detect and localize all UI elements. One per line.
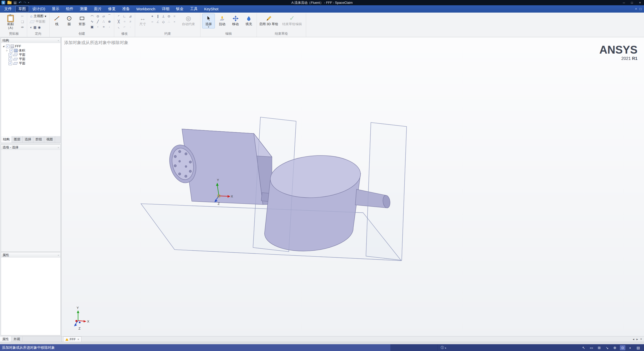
pull-tool-button[interactable]: 拉动: [216, 14, 228, 27]
open-file-icon[interactable]: [7, 1, 12, 4]
ellipse-tool-icon[interactable]: ⊙: [95, 14, 101, 19]
corner-tool-icon[interactable]: ∟: [122, 14, 127, 19]
select-mode-icon[interactable]: ↖: [581, 345, 586, 350]
tab-prepare[interactable]: 准备: [119, 6, 133, 12]
bottom-tab-properties[interactable]: 属性: [0, 336, 11, 342]
pin-icon[interactable]: ▫: [58, 254, 59, 257]
tree-item-label[interactable]: 平面: [19, 53, 25, 57]
split-tool-icon[interactable]: ≠: [128, 19, 133, 24]
expander-collapsed-icon[interactable]: ▷: [6, 50, 9, 52]
tab-keyshot[interactable]: KeyShot: [201, 6, 221, 12]
bottom-tab-appearance[interactable]: 外观: [11, 336, 23, 342]
auto-constraint-button[interactable]: ◎ 自动约束: [178, 14, 198, 27]
copy-button[interactable]: ❏: [20, 19, 25, 24]
tab-file[interactable]: 文件: [1, 6, 15, 12]
arc-tool-icon[interactable]: ◠: [89, 14, 95, 19]
spline-tool-icon[interactable]: ∿: [89, 19, 95, 24]
construction-line-tool-icon[interactable]: ╱: [95, 19, 101, 24]
model-viewport[interactable]: Y X Z Y X Z 添加对象或从所选对象中移除对象 ANSYS: [62, 37, 644, 336]
reference-tool-icon[interactable]: ⊗: [107, 19, 112, 24]
zoom-in-icon[interactable]: ⊕: [612, 345, 618, 350]
trim-tool-icon[interactable]: ╳: [116, 19, 122, 24]
tab-display[interactable]: 显示: [49, 6, 62, 12]
globe-view-icon[interactable]: ◉: [38, 25, 41, 29]
maximize-button[interactable]: □: [628, 0, 636, 5]
tree-checkbox[interactable]: ✓: [10, 49, 13, 52]
bend-tool-icon[interactable]: ◟: [116, 24, 122, 29]
window-layout-icon[interactable]: □: [639, 7, 641, 11]
mirror-tool-icon[interactable]: ·: [128, 24, 133, 29]
undo-icon[interactable]: ↶: [19, 1, 21, 4]
tab-sheetmetal[interactable]: 钣金: [173, 6, 186, 12]
chamfer-tool-icon[interactable]: ⊿: [128, 14, 133, 19]
sidebar-tab-structure[interactable]: 结构: [1, 136, 12, 143]
tab-scroll-left-icon[interactable]: ◂: [633, 337, 634, 341]
tree-item-label[interactable]: 体积: [19, 48, 25, 53]
grid-view-icon[interactable]: ▦: [33, 25, 36, 29]
wave-tool-icon[interactable]: ≈: [101, 24, 106, 29]
offset-tool-icon[interactable]: ≈: [122, 19, 127, 24]
cut-button[interactable]: ✂: [20, 14, 25, 19]
small-circle-tool-icon[interactable]: ◦: [95, 24, 101, 29]
sidebar-tab-views[interactable]: 视图: [44, 136, 55, 143]
symmetry-constraint-icon[interactable]: ∴: [166, 19, 172, 24]
tree-item-label[interactable]: 平面: [19, 61, 25, 66]
tab-scroll-right-icon[interactable]: ▸: [636, 337, 638, 341]
rectangle-tool-button[interactable]: 矩形: [76, 14, 88, 27]
perpendicular-constraint-icon[interactable]: ⊥: [161, 14, 166, 19]
world-triad[interactable]: Y X Z: [74, 306, 89, 330]
dimension-button[interactable]: ↔ 尺寸: [137, 14, 148, 27]
tab-detail[interactable]: 详细: [159, 6, 172, 12]
info-icon[interactable]: ⓘ: [441, 345, 444, 350]
tree-item-label[interactable]: 平面: [19, 57, 25, 61]
select-tool-button[interactable]: 选择 ▾: [202, 14, 215, 28]
tree-root-label[interactable]: FFF: [15, 44, 21, 48]
tree-row-volume[interactable]: ▷ ✓ 体积: [1, 48, 60, 53]
sidebar-tab-selection[interactable]: 选择: [23, 136, 33, 143]
expander-open-icon[interactable]: ◢: [2, 45, 5, 47]
tab-assembly[interactable]: 组件: [63, 6, 76, 12]
select-caret-icon[interactable]: ▾: [208, 26, 209, 28]
anchor-constraint-icon[interactable]: ⌖: [150, 14, 155, 19]
redo-icon[interactable]: ↷: [23, 1, 26, 4]
fill-tool-button[interactable]: 填充: [243, 14, 255, 27]
tab-repair[interactable]: 修复: [105, 6, 119, 12]
plan-view-button[interactable]: 平面图: [29, 19, 48, 24]
tree-checkbox[interactable]: ✓: [9, 57, 12, 61]
end-sketch-edit-button[interactable]: ✓ 结束草绘编辑: [280, 14, 304, 27]
document-tab-fff[interactable]: FFF ×: [63, 336, 82, 342]
tree-checkbox[interactable]: ✓: [9, 53, 12, 57]
sidebar-tab-layers[interactable]: 图层: [12, 136, 23, 143]
line-tool-button[interactable]: 线: [51, 14, 62, 27]
fillet-tool-icon[interactable]: ◜: [116, 14, 122, 19]
scene-svg[interactable]: Y X Z Y X Z: [62, 37, 644, 336]
model-cylinder[interactable]: [264, 152, 362, 251]
circle-tool-button[interactable]: 圆: [64, 14, 75, 27]
sphere-view-icon[interactable]: ◐: [30, 25, 32, 29]
window-mode-icon[interactable]: ▭: [589, 345, 594, 350]
point-tool-icon[interactable]: ∴: [101, 19, 106, 24]
paste-button[interactable]: 粘贴（A）: [3, 14, 18, 30]
save-icon[interactable]: [14, 1, 17, 4]
info-caret-icon[interactable]: ▴: [445, 346, 446, 349]
tab-measure[interactable]: 测量: [77, 6, 91, 12]
tab-sketch[interactable]: 草图: [15, 6, 29, 12]
tree-checkbox[interactable]: ✓: [9, 62, 12, 65]
grid-toggle-icon[interactable]: ⊞: [596, 345, 602, 350]
dot-tool-icon[interactable]: ·: [107, 24, 112, 29]
quick-access-caret-icon[interactable]: ▾: [28, 2, 29, 4]
document-tab-close-icon[interactable]: ×: [77, 338, 79, 341]
coincident-constraint-icon[interactable]: =: [150, 19, 155, 24]
zoom-extents-icon[interactable]: ⊙: [620, 345, 625, 350]
tree-row-plane-1[interactable]: ✓ 平面: [1, 53, 60, 57]
sidebar-tab-groups[interactable]: 群组: [33, 136, 44, 143]
enable-3d-sketch-button[interactable]: 启用 3D 草绘: [259, 14, 279, 27]
tree-row-plane-3[interactable]: ✓ 平面: [1, 61, 60, 65]
minimize-button[interactable]: ─: [620, 0, 628, 5]
tangent-constraint-icon[interactable]: ⊙: [166, 14, 172, 19]
front-view-caret-icon[interactable]: ▾: [45, 14, 46, 18]
app-logo-icon[interactable]: S: [2, 1, 5, 5]
tab-facets[interactable]: 面片: [91, 6, 105, 12]
equal-constraint-icon[interactable]: ≡: [172, 14, 177, 19]
tab-list-close-icon[interactable]: ×: [640, 337, 642, 341]
